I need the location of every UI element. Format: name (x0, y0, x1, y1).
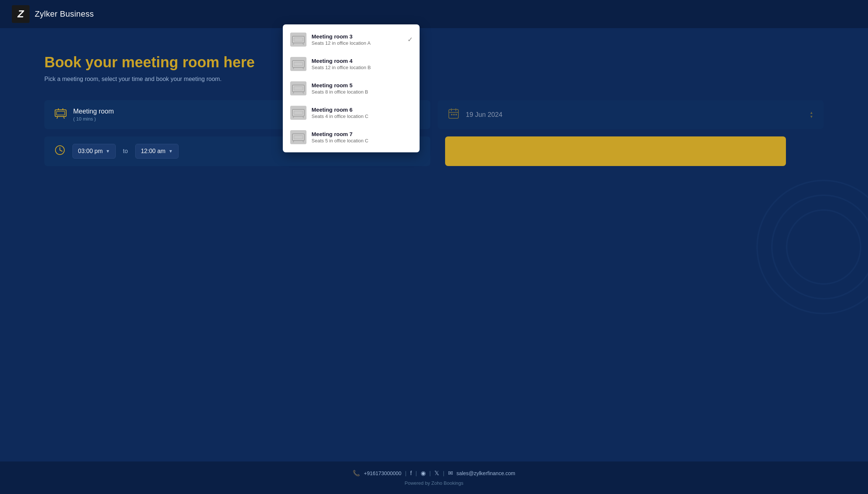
booking-row-bottom: 03:00 pm ▼ to 12:00 am ▼ (44, 136, 824, 166)
svg-rect-24 (294, 62, 303, 66)
book-button[interactable] (445, 136, 786, 166)
date-card[interactable]: 19 Jun 2024 ▲ ▼ (438, 100, 824, 129)
time-separator: to (123, 148, 128, 155)
room-info-5: Meeting room 5Seats 8 in office location… (312, 82, 412, 95)
room-name-5: Meeting room 5 (312, 82, 412, 88)
room-name-3: Meeting room 3 (312, 33, 412, 40)
main-content: Book your meeting room here Pick a meeti… (0, 28, 868, 461)
room-info-4: Meeting room 4Seats 12 in office locatio… (312, 58, 412, 70)
svg-rect-13 (451, 114, 452, 115)
footer-phone: +916173000000 (364, 470, 401, 476)
footer-links: 📞 +916173000000 | f | ◉ | 𝕏 | ✉ sales@zy… (8, 470, 860, 477)
checkmark-icon: ✓ (407, 35, 413, 44)
footer-email: sales@zylkerfinance.com (457, 470, 515, 476)
room-thumb-5 (290, 81, 306, 95)
clock-icon (55, 145, 65, 158)
svg-rect-36 (294, 135, 303, 139)
page-subtitle: Pick a meeting room, select your time an… (44, 76, 824, 82)
logo-box: Z (12, 5, 30, 23)
room-thumb-6 (290, 106, 306, 120)
room-name-7: Meeting room 7 (312, 131, 412, 137)
room-name-4: Meeting room 4 (312, 58, 412, 64)
email-icon: ✉ (448, 470, 453, 477)
room-option-3[interactable]: Meeting room 3Seats 12 in office locatio… (283, 27, 420, 52)
room-desc-3: Seats 12 in office location A (312, 40, 412, 46)
room-option-4[interactable]: Meeting room 4Seats 12 in office locatio… (283, 52, 420, 76)
date-arrows: ▲ ▼ (810, 111, 813, 119)
powered-by: Powered by Zoho Bookings (8, 480, 860, 486)
header: Z Zylker Business (0, 0, 868, 28)
svg-rect-14 (453, 114, 455, 115)
brand-name: Zylker Business (35, 9, 94, 19)
svg-rect-32 (294, 111, 303, 115)
room-option-5[interactable]: Meeting room 5Seats 8 in office location… (283, 76, 420, 101)
twitter-icon[interactable]: 𝕏 (434, 470, 439, 477)
page-title: Book your meeting room here (44, 54, 824, 71)
svg-rect-6 (57, 111, 65, 115)
facebook-icon[interactable]: f (410, 470, 411, 477)
svg-line-18 (60, 150, 62, 151)
svg-rect-28 (294, 87, 303, 90)
svg-point-8 (62, 108, 64, 109)
svg-rect-20 (294, 38, 303, 41)
booking-row-top: Meeting room ( 10 mins ) ▲ ▼ (44, 100, 824, 129)
room-info-7: Meeting room 7Seats 5 in office location… (312, 131, 412, 143)
time-from-select[interactable]: 03:00 pm ▼ (72, 144, 116, 159)
room-desc-5: Seats 8 in office location B (312, 89, 412, 95)
time-to-select[interactable]: 12:00 am ▼ (135, 144, 179, 159)
svg-point-7 (58, 108, 59, 109)
room-dropdown[interactable]: Meeting room 3Seats 12 in office locatio… (283, 24, 420, 152)
room-option-6[interactable]: Meeting room 6Seats 4 in office location… (283, 101, 420, 125)
room-thumb-7 (290, 130, 306, 144)
svg-rect-15 (455, 114, 457, 115)
date-content: 19 Jun 2024 (466, 111, 803, 119)
room-desc-7: Seats 5 in office location C (312, 138, 412, 143)
room-desc-4: Seats 12 in office location B (312, 65, 412, 70)
logo-icon: Z (17, 8, 24, 20)
calendar-icon (448, 108, 459, 122)
phone-icon: 📞 (353, 470, 360, 477)
room-thumb-4 (290, 57, 306, 71)
room-info-3: Meeting room 3Seats 12 in office locatio… (312, 33, 412, 46)
meeting-room-icon (55, 108, 67, 121)
room-info-6: Meeting room 6Seats 4 in office location… (312, 106, 412, 119)
time-to-value: 12:00 am (141, 148, 166, 155)
room-option-7[interactable]: Meeting room 7Seats 5 in office location… (283, 125, 420, 149)
date-label: 19 Jun 2024 (466, 111, 803, 119)
room-name-6: Meeting room 6 (312, 106, 412, 113)
room-desc-6: Seats 4 in office location C (312, 114, 412, 119)
footer: 📞 +916173000000 | f | ◉ | 𝕏 | ✉ sales@zy… (0, 461, 868, 494)
time-from-value: 03:00 pm (78, 148, 103, 155)
instagram-icon[interactable]: ◉ (421, 470, 426, 477)
room-thumb-3 (290, 33, 306, 47)
